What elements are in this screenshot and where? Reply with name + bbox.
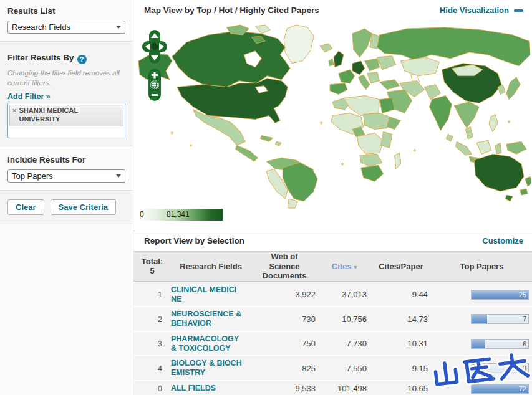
col-header-wos-documents: Web of Science Documents [251,252,318,281]
filter-box[interactable]: × SHANXI MEDICAL UNIVERSITY [7,103,125,138]
col-header-top-papers: Top Papers [432,260,532,274]
col-header-cites-per-paper: Cites/Paper [370,260,432,274]
save-criteria-button[interactable]: Save Criteria [51,199,117,215]
rank-cell: 0 [133,384,171,393]
map-color-legend: 0 81,341 [138,209,223,221]
clear-button[interactable]: Clear [7,199,44,215]
top-papers-cell: 6 [432,339,532,349]
customize-link[interactable]: Customize [482,236,523,245]
cites-per-paper-cell: 9.44 [370,290,432,299]
table-row: 0 ALL FIELDS 9,533 101,498 10.65 72 [133,381,532,395]
pan-dpad-icon [142,30,167,64]
docs-cell: 3,922 [251,290,318,299]
top-papers-bar: 3 [471,363,529,373]
remove-filter-icon[interactable]: × [12,107,16,124]
research-field-link[interactable]: PHARMACOLOGY & TOXICOLOGY [171,335,242,353]
hide-visualization-control[interactable]: Hide Visualization [440,6,523,15]
rank-cell: 2 [133,315,171,324]
filter-note: Changing the filter field removes all cu… [7,69,125,88]
top-papers-value: 72 [519,385,526,393]
map-view-header: Map View by Top / Hot / Highly Cited Pap… [133,0,532,19]
results-list-section: Results List Research Fields [0,0,133,42]
col-header-cites-sort[interactable]: Cites ▾ [318,260,370,274]
legend-min-value: 0 [140,210,144,219]
top-papers-cell: 7 [432,314,532,324]
top-papers-bar: 25 [471,290,529,300]
sort-caret-icon: ▾ [354,264,357,270]
top-papers-cell: 3 [432,363,532,373]
report-view-header: Report View by Selection Customize [133,231,532,250]
filter-by-label: Filter Results By [7,53,74,62]
research-field-link[interactable]: BIOLOGY & BIOCHEMISTRY [171,359,242,378]
add-filter-link[interactable]: Add Filter » [7,92,51,101]
include-results-selected-value: Top Papers [12,171,114,181]
cites-cell: 37,013 [318,290,370,299]
table-header-row: Total: 5 Research Fields Web of Science … [133,251,532,282]
dropdown-arrow-icon [116,26,121,29]
filter-chip-label: SHANXI MEDICAL UNIVERSITY [19,107,120,124]
zoom-bar-icon [148,69,161,101]
globe-icon [150,80,159,89]
docs-cell: 750 [251,339,318,348]
docs-cell: 9,533 [251,384,318,393]
map-view-title: Map View by Top / Hot / Highly Cited Pap… [144,6,319,15]
cites-per-paper-cell: 9.15 [370,364,432,373]
filter-chip: × SHANXI MEDICAL UNIVERSITY [9,105,123,126]
filter-section: Filter Results By? Changing the filter f… [0,42,133,146]
top-papers-value: 25 [519,291,526,298]
world-map-area[interactable]: 0 81,341 [133,19,532,231]
top-papers-bar: 6 [471,339,529,349]
top-papers-cell: 25 [432,290,532,300]
docs-cell: 825 [251,364,318,373]
top-papers-value: 7 [523,315,526,323]
dropdown-arrow-icon [116,174,121,178]
include-results-select[interactable]: Top Papers [7,169,125,183]
top-papers-bar: 72 [471,384,529,394]
table-row: 3 PHARMACOLOGY & TOXICOLOGY 750 7,730 10… [133,332,532,356]
sidebar: Results List Research Fields Filter Resu… [0,0,133,395]
cites-per-paper-cell: 14.73 [370,315,432,324]
cites-cell: 7,550 [318,364,370,373]
cites-cell: 10,756 [318,315,370,324]
table-row: 2 NEUROSCIENCE & BEHAVIOR 730 10,756 14.… [133,307,532,331]
results-list-label: Results List [7,6,125,16]
legend-max-value: 81,341 [167,210,190,219]
choropleth-world-map[interactable] [133,22,531,209]
research-field-link[interactable]: NEUROSCIENCE & BEHAVIOR [171,310,242,328]
results-list-selected-value: Research Fields [12,22,114,32]
rank-cell: 3 [133,339,171,348]
table-row: 1 CLINICAL MEDICINE 3,922 37,013 9.44 25 [133,283,532,307]
research-field-link[interactable]: ALL FIELDS [171,384,242,393]
research-field-link[interactable]: CLINICAL MEDICINE [171,285,242,304]
docs-cell: 730 [251,315,318,324]
col-header-research-fields: Research Fields [171,260,251,274]
help-icon[interactable]: ? [77,55,87,64]
cites-per-paper-cell: 10.31 [370,339,432,348]
col-header-total: Total: 5 [133,255,171,278]
hide-visualization-link[interactable]: Hide Visualization [440,6,509,15]
report-view-title: Report View by Selection [144,236,244,245]
top-papers-value: 3 [523,364,526,372]
rank-cell: 4 [133,364,171,373]
cites-cell: 101,498 [318,384,370,393]
top-papers-cell: 72 [432,384,532,394]
results-list-select[interactable]: Research Fields [7,21,125,34]
rank-cell: 1 [133,290,171,299]
top-papers-value: 6 [523,340,526,348]
collapse-minus-icon [514,9,523,12]
esi-app: Results List Research Fields Filter Resu… [0,0,532,395]
criteria-buttons: Clear Save Criteria [0,191,133,224]
map-pan-zoom-controls[interactable] [141,30,168,123]
cites-per-paper-cell: 10.65 [370,384,432,393]
include-results-section: Include Results For Top Papers [0,146,133,191]
top-papers-bar: 7 [471,314,529,324]
cites-cell: 7,730 [318,339,370,348]
include-results-label: Include Results For [7,155,125,164]
main-panel: Map View by Top / Hot / Highly Cited Pap… [133,0,532,395]
table-row: 4 BIOLOGY & BIOCHEMISTRY 825 7,550 9.15 … [133,356,532,380]
results-table: Total: 5 Research Fields Web of Science … [133,251,532,395]
